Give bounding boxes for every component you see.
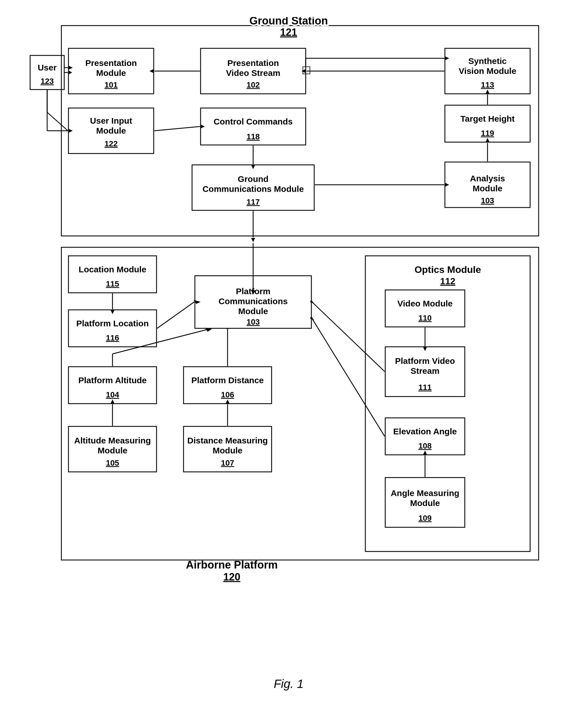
vm-num: 110 bbox=[418, 314, 432, 322]
ea-label: Elevation Angle bbox=[393, 427, 457, 436]
am-num: 103 bbox=[481, 196, 494, 205]
uim-label: User Input bbox=[90, 116, 132, 125]
angm-label2: Module bbox=[410, 498, 440, 508]
om-label: Optics Module bbox=[414, 264, 481, 275]
fig-label: Fig. 1 bbox=[274, 677, 303, 691]
svg-marker-62 bbox=[226, 399, 229, 404]
vm-label: Video Module bbox=[397, 299, 452, 308]
amm-num: 105 bbox=[106, 459, 119, 467]
pl-num: 116 bbox=[106, 334, 119, 342]
pa-num: 104 bbox=[106, 390, 119, 399]
amm-label2: Module bbox=[98, 446, 127, 455]
user-num: 123 bbox=[40, 77, 54, 85]
angm-label: Angle Measuring bbox=[391, 488, 459, 498]
svg-marker-29 bbox=[445, 183, 449, 187]
svm-label2: Vision Module bbox=[459, 66, 516, 76]
ea-num: 108 bbox=[418, 441, 432, 450]
svg-line-71 bbox=[312, 318, 385, 436]
pvs-label2: Video Stream bbox=[226, 68, 280, 78]
svg-marker-59 bbox=[111, 399, 114, 404]
svg-marker-12 bbox=[68, 71, 72, 75]
gcm-label2: Communications Module bbox=[202, 184, 304, 193]
svg-marker-19 bbox=[68, 66, 73, 70]
gcm-label: Ground bbox=[238, 174, 268, 184]
svg-marker-47 bbox=[111, 310, 114, 314]
svg-marker-31 bbox=[486, 138, 490, 142]
ground-station-num: 121 bbox=[280, 26, 297, 38]
svg-line-14 bbox=[47, 112, 68, 131]
lm-num: 115 bbox=[106, 280, 119, 288]
svg-line-48 bbox=[157, 302, 194, 328]
svg-line-53 bbox=[112, 330, 206, 354]
uim-num: 122 bbox=[104, 139, 118, 148]
pvstream-label: Platform Video bbox=[395, 356, 455, 366]
pcm-label: Platform bbox=[236, 287, 271, 296]
svm-num: 113 bbox=[481, 80, 494, 89]
presentation-module-label: Presentation bbox=[85, 58, 137, 68]
lm-label: Location Module bbox=[78, 265, 146, 274]
svg-marker-75 bbox=[423, 450, 427, 455]
svg-marker-39 bbox=[251, 238, 255, 242]
presentation-module-label2: Module bbox=[96, 68, 126, 78]
svg-marker-23 bbox=[301, 69, 306, 73]
dmm-num: 107 bbox=[221, 459, 234, 467]
svg-marker-37 bbox=[445, 56, 449, 60]
pcm-label3: Module bbox=[238, 307, 268, 316]
pa-label: Platform Altitude bbox=[78, 375, 146, 385]
cc-num: 118 bbox=[246, 132, 260, 141]
ground-station-label: Ground Station bbox=[249, 17, 328, 27]
diagram-svg: Ground Station Ground Station 121 Presen… bbox=[24, 17, 553, 699]
uim-label2: Module bbox=[96, 126, 126, 135]
th-label: Target Height bbox=[460, 114, 515, 123]
svg-marker-67 bbox=[423, 347, 427, 351]
pvs-num: 102 bbox=[246, 80, 260, 89]
cc-label: Control Commands bbox=[213, 117, 292, 126]
diagram-container: Ground Station Ground Station 121 Presen… bbox=[24, 17, 553, 699]
angm-num: 109 bbox=[418, 514, 432, 522]
am-label: Analysis bbox=[470, 174, 505, 183]
svg-marker-17 bbox=[68, 129, 73, 133]
airborne-label: Airborne Platform bbox=[186, 559, 278, 571]
svm-label: Synthetic bbox=[468, 56, 506, 66]
pd-label: Platform Distance bbox=[191, 375, 264, 385]
svg-marker-72 bbox=[310, 316, 314, 320]
user-label: User bbox=[37, 63, 57, 72]
svg-marker-69 bbox=[310, 300, 314, 304]
svg-rect-0 bbox=[61, 26, 539, 236]
svg-marker-27 bbox=[200, 125, 205, 129]
amm-label: Altitude Measuring bbox=[74, 436, 150, 445]
svg-line-26 bbox=[154, 127, 200, 131]
svg-marker-33 bbox=[486, 89, 490, 94]
presentation-module-num: 101 bbox=[104, 80, 118, 89]
dmm-label2: Module bbox=[213, 446, 242, 455]
airborne-num: 120 bbox=[223, 571, 240, 583]
th-num: 119 bbox=[481, 129, 494, 137]
svg-marker-25 bbox=[251, 165, 255, 169]
pvs-label: Presentation bbox=[227, 58, 279, 68]
pvstream-num: 111 bbox=[418, 383, 432, 392]
gcm-num: 117 bbox=[246, 198, 260, 206]
svg-marker-21 bbox=[149, 69, 154, 73]
pcm-num: 103 bbox=[246, 317, 260, 326]
pd-num: 106 bbox=[221, 390, 234, 399]
dmm-label: Distance Measuring bbox=[187, 436, 268, 445]
pcm-label2: Communications bbox=[218, 296, 287, 306]
am-label2: Module bbox=[472, 184, 502, 193]
om-num: 112 bbox=[440, 276, 455, 286]
pl-label: Platform Location bbox=[76, 319, 148, 328]
pvstream-label2: Stream bbox=[411, 366, 439, 375]
